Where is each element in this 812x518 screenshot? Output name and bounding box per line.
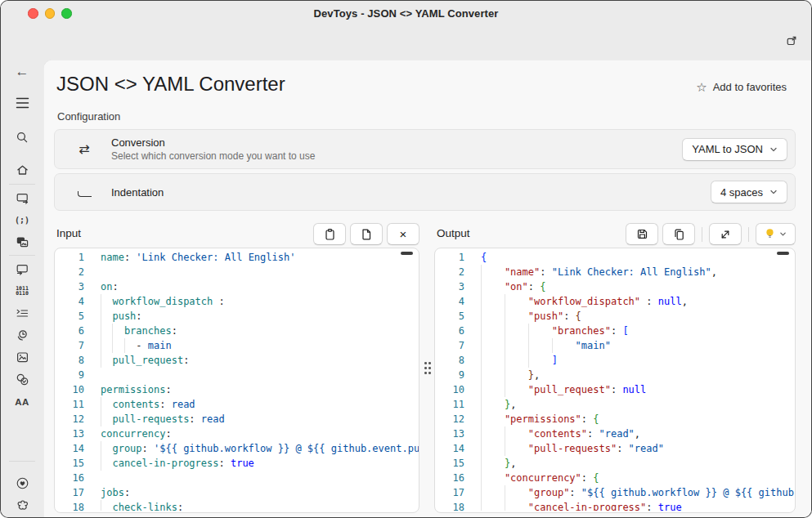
image-cards-icon: [16, 235, 29, 249]
output-editor-scrollbar[interactable]: [777, 252, 789, 255]
code-line: 11},: [435, 397, 795, 412]
sidebar-item-home[interactable]: [1, 158, 43, 182]
line-number: 7: [55, 338, 84, 353]
code-line: 13"contents": "read",: [435, 426, 795, 441]
conversion-subtitle: Select which conversion mode you want to…: [111, 150, 315, 162]
indentation-dropdown[interactable]: 4 spaces: [711, 181, 787, 203]
sidebar-item-graphic[interactable]: [1, 345, 43, 369]
line-number: 18: [55, 500, 84, 511]
line-number: 15: [55, 456, 84, 471]
line-number: 10: [435, 382, 464, 397]
code-line: 4"workflow_dispatch" : null,: [435, 294, 795, 309]
save-output-button[interactable]: [626, 223, 658, 245]
code-line: 15},: [435, 456, 795, 471]
line-number: 2: [435, 265, 464, 279]
code-line: 16"concurrency": {: [435, 471, 795, 485]
toolbar-divider: [748, 227, 749, 242]
code-line: 2: [55, 265, 419, 279]
line-number: 4: [55, 294, 84, 309]
line-number: 3: [55, 279, 84, 294]
conversion-setting-card: ⇄ Conversion Select which conversion mod…: [54, 129, 796, 169]
zoom-window-button[interactable]: [61, 8, 72, 19]
sidebar-item-testers[interactable]: [1, 323, 43, 347]
sidebar-item-extensions[interactable]: [1, 493, 43, 517]
code-line: 7- main: [55, 338, 419, 353]
conversion-mode-value: YAML to JSON: [692, 143, 763, 155]
indentation-value: 4 spaces: [720, 186, 763, 199]
io-header-row: Input: [43, 222, 811, 247]
expand-output-button[interactable]: [709, 223, 742, 245]
sidebar-item-recent-formatter[interactable]: (;): [1, 208, 43, 232]
paste-button[interactable]: [313, 223, 346, 245]
page-title: JSON <> YAML Converter: [56, 73, 285, 96]
home-icon: [16, 163, 29, 176]
sidebar-separator: [9, 184, 35, 185]
sidebar-item-text-tools[interactable]: AA: [1, 390, 43, 414]
sidebar-item-encoders-decoders[interactable]: 1011 0110: [1, 279, 43, 303]
text-tool-icon: AA: [15, 397, 29, 407]
code-line: 6"branches": [: [435, 324, 795, 338]
back-button[interactable]: ←: [1, 60, 43, 84]
swap-arrows-icon: ⇄: [76, 141, 92, 157]
add-to-favorites-button[interactable]: ☆ Add to favorites: [696, 81, 787, 93]
code-line: 10permissions:: [55, 382, 419, 397]
sidebar-item-search[interactable]: [1, 125, 43, 150]
converter-card-icon: [16, 262, 29, 276]
line-number: 9: [55, 368, 84, 382]
line-number: 8: [435, 353, 464, 368]
sidebar-item-formatters[interactable]: [1, 301, 43, 325]
line-number: 1: [435, 250, 464, 265]
indentation-icon: [76, 188, 92, 197]
double-check-circles-icon: [16, 373, 29, 386]
line-number: 16: [435, 471, 464, 485]
window-title: DevToys - JSON <> YAML Converter: [314, 7, 499, 20]
swap-arrows-glyph: ⇄: [79, 141, 89, 157]
output-editor[interactable]: 1{2"name": "Link Checker: All English",3…: [434, 248, 796, 513]
line-number: 5: [55, 309, 84, 324]
code-line: 17jobs:: [55, 485, 419, 500]
sidebar-item-recent-converter[interactable]: [1, 185, 43, 210]
puzzle-icon: [16, 498, 29, 512]
close-window-button[interactable]: [28, 8, 38, 19]
sidebar-item-settings[interactable]: [1, 515, 43, 518]
code-line: 7"main": [435, 338, 795, 353]
code-line: 10"pull_request": null: [435, 382, 795, 397]
code-line: 16: [55, 471, 419, 485]
chrome-strip: [43, 25, 811, 60]
output-header: Output: [434, 222, 796, 247]
sidebar-item-whats-new[interactable]: [1, 471, 43, 495]
line-number: 16: [55, 471, 84, 485]
line-number: 12: [55, 412, 84, 426]
load-file-button[interactable]: [350, 223, 383, 245]
detach-window-button[interactable]: [783, 32, 801, 50]
sidebar-item-recent-generator[interactable]: [1, 230, 43, 254]
code-line: 2"name": "Link Checker: All English",: [435, 265, 795, 279]
copy-output-button[interactable]: [662, 223, 695, 245]
output-code-area[interactable]: 1{2"name": "Link Checker: All English",3…: [435, 250, 795, 511]
chevron-down-icon: [779, 230, 787, 238]
traffic-lights: [28, 8, 72, 19]
binary-icon: 1011 0110: [16, 286, 29, 296]
search-icon: [16, 131, 29, 144]
sidebar: ←: [1, 25, 43, 517]
clear-input-button[interactable]: ×: [387, 223, 419, 245]
splitter-grip[interactable]: [424, 362, 433, 375]
clock-hand-icon: [16, 328, 29, 342]
sidebar-item-validators[interactable]: [1, 367, 43, 391]
input-header: Input: [54, 222, 419, 247]
code-line: 3"on": {: [435, 279, 795, 294]
input-code-area[interactable]: 1name: 'Link Checker: All English'23on:4…: [55, 250, 419, 511]
smart-detection-dropdown[interactable]: [756, 223, 796, 245]
sidebar-menu-button[interactable]: [1, 91, 43, 115]
conversion-mode-dropdown[interactable]: YAML to JSON: [682, 138, 787, 161]
line-number: 14: [55, 441, 84, 456]
sidebar-item-converters[interactable]: [1, 257, 43, 281]
sidebar-separator: [9, 461, 35, 462]
minimize-window-button[interactable]: [45, 8, 56, 19]
input-editor-scrollbar[interactable]: [401, 252, 413, 255]
code-line: 15cancel-in-progress: true: [55, 456, 419, 471]
code-line: 3on:: [55, 279, 419, 294]
input-editor[interactable]: 1name: 'Link Checker: All English'23on:4…: [54, 248, 419, 513]
code-line: 12"permissions": {: [435, 412, 795, 426]
chevron-down-icon: [769, 188, 778, 196]
